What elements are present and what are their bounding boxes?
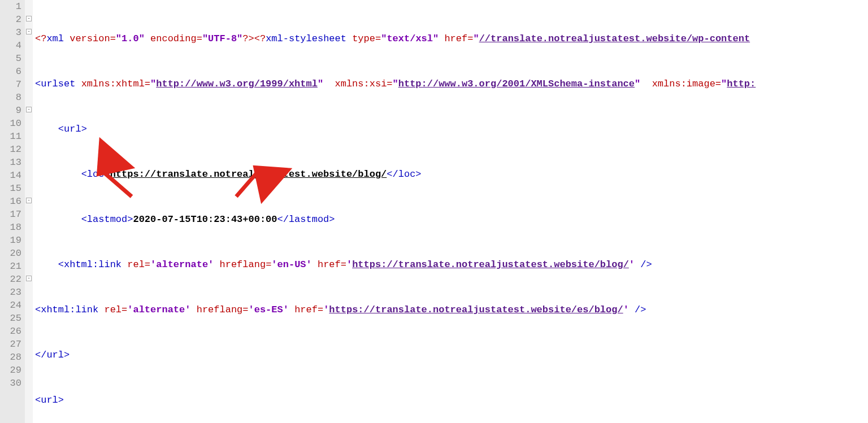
line-number: 10 [0,117,21,130]
line-number: 22 [0,273,21,286]
line-number: 2 [0,13,21,26]
line-number: 30 [0,377,21,390]
line-number: 28 [0,351,21,364]
fold-marker-icon[interactable]: - [26,276,32,281]
fold-column: - - - - - [25,0,33,423]
line-number: 7 [0,78,21,91]
line-number: 26 [0,325,21,338]
line-number: 5 [0,52,21,65]
line-number: 24 [0,299,21,312]
fold-marker-icon[interactable]: - [26,16,32,21]
code-line: <lastmod>2020-07-15T10:23:43+00:00</last… [35,213,868,226]
line-number: 6 [0,65,21,78]
line-number: 14 [0,169,21,182]
line-number: 9 [0,104,21,117]
code-editor: 1 2 3 4 5 6 7 8 9 10 11 12 13 14 15 16 1… [0,0,868,423]
code-line: <url> [35,394,868,407]
code-line: <xhtml:link rel='alternate' hreflang='es… [35,303,868,316]
line-number: 16 [0,195,21,208]
line-number: 25 [0,312,21,325]
code-line: <loc>https://translate.notrealjustatest.… [35,168,868,181]
line-number: 11 [0,130,21,143]
line-number: 3 [0,26,21,39]
line-number: 12 [0,143,21,156]
code-line: <xhtml:link rel='alternate' hreflang='en… [35,258,868,271]
line-number: 17 [0,208,21,221]
line-number: 29 [0,364,21,377]
line-number: 23 [0,286,21,299]
code-line: <url> [35,123,868,136]
line-number: 27 [0,338,21,351]
code-area[interactable]: <?xml version="1.0" encoding="UTF-8"?><?… [33,0,868,423]
fold-marker-icon[interactable]: - [26,198,32,203]
fold-marker-icon[interactable]: - [26,107,32,112]
line-number: 19 [0,234,21,247]
line-number: 8 [0,91,21,104]
line-number: 1 [0,0,21,13]
fold-marker-icon[interactable]: - [26,29,32,34]
code-line: <urlset xmlns:xhtml="http://www.w3.org/1… [35,77,868,90]
line-number: 21 [0,260,21,273]
line-number: 15 [0,182,21,195]
line-number-gutter: 1 2 3 4 5 6 7 8 9 10 11 12 13 14 15 16 1… [0,0,25,423]
code-line: <?xml version="1.0" encoding="UTF-8"?><?… [35,32,868,45]
code-line: </url> [35,348,868,361]
line-number: 13 [0,156,21,169]
line-number: 20 [0,247,21,260]
line-number: 4 [0,39,21,52]
line-number: 18 [0,221,21,234]
